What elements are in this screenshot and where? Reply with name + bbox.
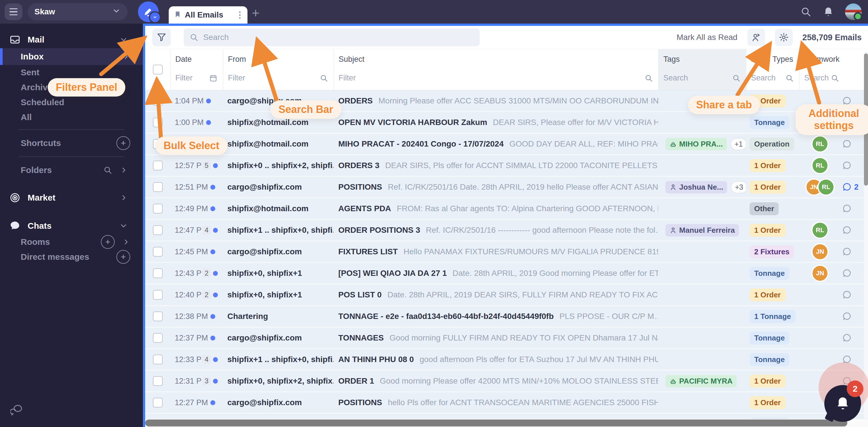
horizontal-scrollbar-thumb[interactable]: [145, 420, 847, 426]
email-type-badge[interactable]: Tonnage: [750, 353, 789, 366]
date-filter-input[interactable]: Filter: [175, 73, 192, 83]
email-type-badge[interactable]: 1 Order: [750, 159, 785, 172]
search-icon[interactable]: [103, 165, 113, 175]
select-all-checkbox[interactable]: [153, 65, 163, 74]
row-checkbox[interactable]: [153, 355, 163, 364]
email-type-badge[interactable]: Other: [750, 202, 779, 215]
chevron-right-icon[interactable]: [120, 194, 128, 202]
email-row[interactable]: 12:40 PM2shipfix+0, shipfix+1POS LIST 0D…: [145, 285, 868, 306]
search-icon[interactable]: [644, 74, 653, 83]
search-icon[interactable]: [732, 74, 741, 83]
row-checkbox[interactable]: [153, 290, 163, 300]
hamburger-menu-button[interactable]: [5, 3, 23, 20]
share-tab-button[interactable]: [747, 29, 765, 46]
column-tags[interactable]: Tags Search: [658, 49, 746, 90]
from-filter-input[interactable]: Filter: [228, 73, 245, 83]
mark-all-as-read-button[interactable]: Mark All as Read: [677, 33, 738, 42]
email-type-badge[interactable]: 1 Order: [750, 289, 785, 301]
row-checkbox[interactable]: [153, 161, 163, 170]
email-row[interactable]: 12:27 PMcargo@shipfix.comPOSITIONShello …: [145, 392, 868, 414]
row-checkbox[interactable]: [153, 376, 163, 386]
comment-button[interactable]: [842, 139, 852, 149]
tag-overflow-badge[interactable]: +3: [731, 181, 746, 193]
workspace-selector[interactable]: Skaw: [28, 3, 128, 21]
tag-badge[interactable]: Manuel Ferreira: [665, 224, 739, 236]
sidebar-item-folders[interactable]: Folders: [0, 162, 143, 179]
search-icon[interactable]: [320, 74, 328, 83]
email-type-badge[interactable]: 1 Tonnage: [750, 310, 796, 323]
email-row[interactable]: shipfix@hotmail.comMIHO PRACAT - 202401 …: [145, 134, 868, 155]
notifications-bell-icon[interactable]: [823, 6, 834, 18]
comment-button[interactable]: [842, 247, 852, 257]
comment-button[interactable]: [842, 268, 852, 278]
sidebar-item-all[interactable]: All: [0, 110, 143, 125]
new-tab-button[interactable]: +: [252, 5, 259, 21]
email-type-badge[interactable]: Tonnage: [750, 332, 789, 344]
search-icon[interactable]: [785, 74, 794, 83]
email-type-badge[interactable]: 1 Order: [750, 224, 785, 237]
row-checkbox[interactable]: [153, 268, 163, 278]
column-teamwork[interactable]: Teamwork Search: [799, 49, 868, 90]
email-row[interactable]: 1:04 PMcargo@shipfix.comORDERSMorning Pl…: [145, 91, 868, 112]
chevron-down-icon[interactable]: [119, 222, 128, 230]
feedback-chat-icon[interactable]: [10, 404, 24, 417]
search-icon[interactable]: [831, 74, 839, 83]
comment-button[interactable]: [842, 204, 852, 214]
column-date[interactable]: Date Filter: [170, 49, 223, 90]
sidebar-item-sent[interactable]: Sent: [0, 65, 143, 80]
sidebar-item-scheduled[interactable]: Scheduled: [0, 95, 143, 110]
column-email-types[interactable]: Email Types Search: [746, 49, 799, 90]
add-shortcut-button[interactable]: +: [116, 136, 130, 150]
tag-badge[interactable]: PACIFIC MYRA: [665, 375, 737, 387]
chevron-right-icon[interactable]: [122, 238, 130, 246]
email-type-badge[interactable]: 2 Fixtures: [750, 245, 794, 258]
tab-all-emails[interactable]: All Emails: [169, 6, 247, 24]
sidebar-section-mail[interactable]: Mail: [0, 31, 143, 48]
email-row[interactable]: 12:37 PMcargo@shipfix.comTONNAGESGood mo…: [145, 328, 868, 349]
tag-overflow-badge[interactable]: +1: [730, 138, 746, 150]
column-subject[interactable]: Subject Filter: [333, 49, 658, 90]
email-type-badge[interactable]: Tonnage: [750, 267, 789, 280]
chevron-down-icon[interactable]: [119, 35, 128, 44]
comment-button[interactable]: [842, 311, 852, 321]
email-type-badge[interactable]: 1 Order: [750, 396, 785, 409]
comment-button[interactable]: 2: [842, 182, 859, 192]
search-bar[interactable]: [184, 28, 480, 46]
row-checkbox[interactable]: [153, 182, 163, 192]
email-row[interactable]: 12:51 PMcargo@shipfix.comPOSITIONSRef. I…: [145, 177, 868, 198]
email-row[interactable]: 12:45 PMcargo@shipfix.comFIXTURES LISTHe…: [145, 241, 868, 263]
tag-badge[interactable]: MIHO PRA...: [665, 138, 727, 150]
email-row[interactable]: 12:57 PM5shipfix+0 .. shipfix+2, shipfi.…: [145, 155, 868, 177]
tag-badge[interactable]: Joshua Ne...: [665, 181, 727, 193]
email-type-badge[interactable]: 1 Order: [750, 181, 785, 194]
row-checkbox[interactable]: [153, 204, 163, 214]
compose-options-chevron[interactable]: [149, 11, 161, 23]
email-row[interactable]: 12:38 PMCharteringTONNAGE - e2e - faa0d1…: [145, 306, 868, 328]
list-settings-button[interactable]: [775, 29, 793, 46]
row-checkbox[interactable]: [153, 311, 163, 321]
email-type-badge[interactable]: 1 Order: [750, 375, 785, 388]
email-type-badge[interactable]: Operation: [750, 138, 794, 151]
tab-menu-button[interactable]: [238, 10, 242, 21]
compose-button[interactable]: [138, 1, 159, 22]
tags-filter-input[interactable]: Search: [663, 73, 688, 83]
email-type-badge[interactable]: Tonnage: [750, 116, 789, 129]
row-checkbox[interactable]: [153, 333, 163, 343]
comment-button[interactable]: [842, 225, 852, 235]
chevron-right-icon[interactable]: [120, 166, 128, 174]
user-avatar[interactable]: [845, 3, 862, 20]
email-row[interactable]: 12:43 PM2shipfix+0, shipfix+1[POS] WEI Q…: [145, 263, 868, 285]
email-row[interactable]: 12:33 PM4shipfix+1 .. shipfix+0, shipfi.…: [145, 349, 868, 371]
global-search-icon[interactable]: [800, 6, 812, 18]
comment-button[interactable]: [842, 333, 852, 343]
email-types-filter-input[interactable]: Search: [751, 73, 776, 83]
calendar-icon[interactable]: [209, 74, 218, 83]
email-row[interactable]: 1:00 PMshipfix@hotmail.comOPEN MV VICTOR…: [145, 112, 868, 134]
search-input[interactable]: [203, 32, 462, 42]
column-from[interactable]: From Filter: [223, 49, 333, 90]
row-checkbox[interactable]: [153, 225, 163, 235]
add-room-button[interactable]: +: [101, 235, 115, 249]
comment-button[interactable]: [842, 161, 852, 170]
email-row[interactable]: 12:49 PMshipfix@hotmail.comAGENTS PDAFRO…: [145, 198, 868, 220]
row-checkbox[interactable]: [153, 118, 163, 127]
